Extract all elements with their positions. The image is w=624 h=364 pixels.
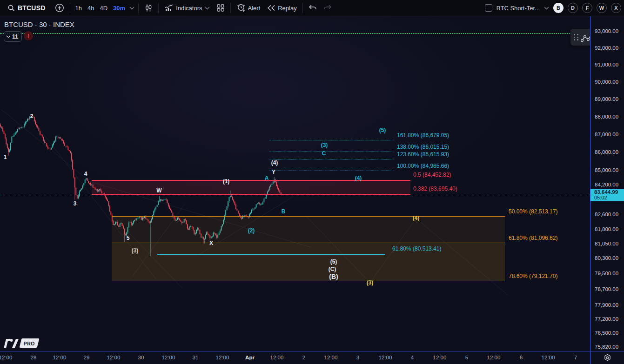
wave-label-3[interactable]: (3) xyxy=(367,279,374,286)
floating-drawing-toolbar[interactable]: AC xyxy=(570,29,590,46)
candle-body xyxy=(13,136,13,137)
wave-label-4[interactable]: (4) xyxy=(271,159,278,166)
avatar-d[interactable]: D xyxy=(568,3,578,13)
candle-body xyxy=(258,203,259,204)
fib-cyan-dotted-line[interactable] xyxy=(269,171,393,171)
timeframe-30m-active[interactable]: 30m xyxy=(110,5,128,12)
fib-orange-line[interactable] xyxy=(112,281,505,281)
fib-cyan-solid-line[interactable] xyxy=(157,254,385,255)
undo-button[interactable] xyxy=(305,2,320,14)
timeframe-1h[interactable]: 1h xyxy=(73,5,85,12)
candle-body xyxy=(67,146,67,147)
candle-body xyxy=(34,117,35,121)
wave-label-4[interactable]: (4) xyxy=(355,175,362,181)
avatar-b[interactable]: B xyxy=(553,3,564,13)
fib-orange-zone-lower[interactable] xyxy=(112,243,505,281)
price-tick: 91,000.00 xyxy=(595,62,618,67)
wave-label-2[interactable]: 2 xyxy=(30,113,34,119)
wave-label-A[interactable]: A xyxy=(265,175,269,181)
fib-orange-zone-upper[interactable] xyxy=(112,216,505,243)
avatar-x[interactable]: X xyxy=(611,3,621,13)
grid-icon xyxy=(216,4,225,12)
wave-label-C[interactable]: C xyxy=(322,150,326,157)
chart-title[interactable]: BTCUSD · 30 · INDEX xyxy=(4,20,74,28)
wave-label-5[interactable]: 5 xyxy=(127,235,130,241)
chart-pane[interactable]: BTCUSD · 30 · INDEX 11 ! AC PRO 50.00% (… xyxy=(0,16,590,351)
trend-line-faint[interactable] xyxy=(1,109,91,182)
wave-label-1[interactable]: (1) xyxy=(223,178,230,185)
wave-label-4[interactable]: (4) xyxy=(413,215,420,221)
tradingview-watermark[interactable]: PRO xyxy=(4,338,38,348)
wave-label-5[interactable]: (5) xyxy=(330,258,337,265)
candle-body xyxy=(1,126,2,127)
fib-cyan-label: 161.80% (86,679.05) xyxy=(397,132,449,139)
redo-icon xyxy=(323,5,332,11)
error-exclamation-icon[interactable]: ! xyxy=(24,31,33,40)
timeframe-4h[interactable]: 4h xyxy=(85,5,97,12)
fib-orange-line[interactable] xyxy=(112,216,505,217)
alert-price-line[interactable] xyxy=(0,33,590,34)
top-toolbar: BTCUSD 1h 4h 4D 30m Indicators Alert xyxy=(0,0,624,16)
fib-cyan-dotted-line[interactable] xyxy=(269,140,393,140)
grid-layout-button[interactable] xyxy=(213,2,228,14)
redo-button[interactable] xyxy=(320,2,335,14)
fib-red-line[interactable] xyxy=(92,180,410,181)
time-axis[interactable]: 12:002812:002912:003012:003112:00Apr12:0… xyxy=(0,351,624,364)
wave-label-3[interactable]: (3) xyxy=(321,142,328,148)
chart-settings-cell[interactable] xyxy=(590,351,624,364)
candle-body xyxy=(43,137,44,141)
legend-objects-pill[interactable]: 11 xyxy=(4,31,22,42)
indicators-button[interactable]: Indicators xyxy=(161,2,213,14)
indicators-label: Indicators xyxy=(176,5,202,12)
alert-clock-icon xyxy=(236,3,246,13)
wave-label-B[interactable]: B xyxy=(282,208,286,215)
replay-button[interactable]: Replay xyxy=(263,2,300,14)
fib-cyan-dotted-line[interactable] xyxy=(269,152,393,152)
wave-label-4[interactable]: 4 xyxy=(84,171,87,177)
candle-body xyxy=(227,206,228,210)
candle-body xyxy=(260,204,261,205)
wave-label-3[interactable]: 3 xyxy=(74,200,77,207)
layout-name[interactable]: BTC Short-Ter... xyxy=(497,5,540,12)
candle-body xyxy=(45,143,46,143)
wave-label-B[interactable]: (B) xyxy=(329,273,338,280)
wave-label-X[interactable]: X xyxy=(209,240,213,246)
price-tick: 81,050.00 xyxy=(595,241,618,246)
time-tick: 6 xyxy=(520,355,523,360)
candle-body xyxy=(42,135,43,137)
candle-body xyxy=(0,125,1,127)
fib-red-zone[interactable] xyxy=(92,180,410,194)
candle-body xyxy=(74,169,74,177)
wave-label-C[interactable]: (C) xyxy=(329,266,336,272)
drag-handle-icon[interactable] xyxy=(574,34,579,40)
alert-button[interactable]: Alert xyxy=(233,2,264,14)
candle-body xyxy=(259,203,260,205)
wave-label-Y[interactable]: Y xyxy=(272,169,275,175)
candle-body xyxy=(60,137,61,139)
wave-label-W[interactable]: W xyxy=(156,187,161,194)
avatar-f[interactable]: F xyxy=(582,3,592,13)
wave-label-3[interactable]: (3) xyxy=(132,247,139,254)
price-axis-border xyxy=(590,16,590,364)
symbol-search-button[interactable]: BTCUSD xyxy=(4,2,49,14)
chevron-down-icon[interactable] xyxy=(544,7,549,10)
timeframe-4d[interactable]: 4D xyxy=(97,5,110,12)
wave-label-2[interactable]: (2) xyxy=(248,227,255,234)
price-tick: 77,900.00 xyxy=(595,302,618,308)
avatar-w[interactable]: W xyxy=(597,3,607,13)
time-tick: 12:00 xyxy=(542,355,555,360)
candle-body xyxy=(9,150,10,152)
time-tick: 7 xyxy=(574,355,577,360)
price-axis[interactable]: 93,000.0092,000.0091,000.0090,000.0089,0… xyxy=(590,16,624,351)
fib-orange-line[interactable] xyxy=(112,243,505,243)
wave-label-5[interactable]: (5) xyxy=(379,127,386,133)
save-layout-checkbox[interactable] xyxy=(485,4,492,12)
wave-label-1[interactable]: 1 xyxy=(4,154,7,160)
chart-style-button[interactable] xyxy=(141,2,156,14)
gear-icon[interactable] xyxy=(604,354,611,362)
wave-pattern-tool-icon[interactable]: AC xyxy=(580,31,590,44)
candle-body xyxy=(153,211,154,215)
fib-cyan-dotted-line[interactable] xyxy=(269,159,393,159)
compare-add-button[interactable] xyxy=(52,2,67,14)
timeframe-menu-button[interactable] xyxy=(128,2,136,14)
